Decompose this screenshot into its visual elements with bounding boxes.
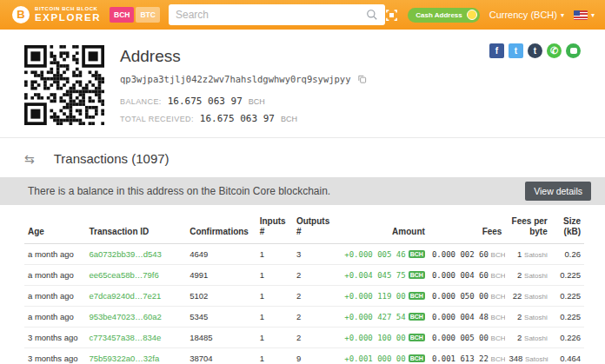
transaction-id-link[interactable]: 953be47023…60a2 — [89, 312, 161, 321]
search-input[interactable] — [176, 9, 366, 21]
col-header-size: Size (kB) — [551, 208, 584, 244]
tx-fees: 0.001 613 22 — [432, 354, 489, 363]
tx-fees-unit: BCH — [491, 334, 506, 342]
currency-label: Currency (BCH) — [489, 10, 557, 20]
tx-outputs: 2 — [293, 265, 336, 286]
chevron-down-icon: ▾ — [561, 11, 564, 19]
bch-toggle-button[interactable]: BCH — [110, 7, 134, 23]
balance-value: 16.675 063 97 — [168, 96, 243, 107]
language-dropdown[interactable]: ▾ — [574, 10, 595, 20]
col-header-inputs: Inputs # — [256, 208, 293, 244]
tx-amount: +0.000 100 00 — [344, 334, 405, 342]
tx-size: 0.464 — [551, 348, 584, 364]
bch-badge: BCH — [409, 292, 425, 300]
cash-address-label: Cash Address — [416, 11, 462, 19]
col-header-outputs: Outputs # — [293, 208, 336, 244]
col-header-transaction-id: Transaction ID — [85, 208, 186, 244]
transaction-id-link[interactable]: e7dca9240d…7e21 — [89, 291, 161, 301]
transaction-row: a month ago6a0732bb39…d543464913+0.000 0… — [24, 244, 584, 265]
tx-size: 0.26 — [551, 244, 584, 265]
total-received-label: TOTAL RECEIVED: — [120, 115, 194, 123]
notice-text: There is a balance in this address on th… — [28, 185, 330, 197]
transactions-table-wrap: Age Transaction ID Confirmations Inputs … — [0, 205, 605, 364]
tx-fees-unit: BCH — [491, 355, 506, 363]
address-section: Address qp3wjpa3tjlj042z2wv7hahsldgwhwy0… — [0, 30, 605, 137]
tx-fees-unit: BCH — [491, 272, 506, 280]
tx-age: a month ago — [24, 265, 85, 286]
qr-code — [24, 45, 104, 125]
tx-outputs: 9 — [293, 348, 336, 364]
tx-size: 0.225 — [551, 286, 584, 307]
twitter-icon[interactable]: t — [509, 43, 523, 58]
transaction-id-link[interactable]: 6a0732bb39…d543 — [89, 249, 161, 259]
tx-fees-per-byte: 2 — [517, 333, 522, 342]
tx-confirmations: 5102 — [186, 286, 256, 307]
tx-fees: 0.000 050 00 — [432, 292, 489, 301]
col-header-confirmations: Confirmations — [186, 208, 256, 244]
tx-outputs: 2 — [293, 286, 336, 307]
transaction-row: 3 months agoc773457a38…834e1848512+0.000… — [24, 328, 584, 348]
copy-address-icon[interactable] — [357, 74, 367, 84]
tx-fees-per-byte: 1 — [517, 249, 522, 259]
tx-fees-unit: BCH — [491, 293, 506, 301]
tx-fees-unit: BCH — [491, 314, 506, 321]
toggle-knob — [467, 10, 477, 20]
qr-code-svg — [24, 45, 104, 125]
address-info: Address qp3wjpa3tjlj042z2wv7hahsldgwhwy0… — [120, 45, 367, 130]
tx-confirmations: 38704 — [186, 348, 256, 364]
tx-fees-per-byte-unit: Satoshi — [524, 334, 548, 342]
tx-confirmations: 4649 — [186, 244, 256, 265]
address-value: qp3wjpa3tjlj042z2wv7hahsldgwhwy0rq9sywjp… — [120, 74, 351, 84]
tx-inputs: 1 — [256, 348, 293, 364]
tx-inputs: 1 — [256, 307, 293, 328]
transaction-id-link[interactable]: c773457a38…834e — [89, 333, 161, 342]
tx-inputs: 1 — [256, 265, 293, 286]
tx-fees-per-byte: 2 — [517, 270, 522, 280]
tx-age: a month ago — [24, 286, 85, 307]
tx-fees-per-byte: 2 — [517, 312, 522, 321]
tx-fees: 0.000 004 60 — [432, 271, 489, 280]
bch-badge: BCH — [409, 313, 425, 321]
bch-badge: BCH — [409, 271, 425, 279]
search-icon[interactable] — [366, 9, 378, 21]
tx-fees-per-byte-unit: Satoshi — [524, 251, 548, 259]
transaction-id-link[interactable]: ee65cea58b…79f6 — [89, 270, 158, 280]
transaction-row: a month agoee65cea58b…79f6499112+0.004 0… — [24, 265, 584, 286]
tx-fees-per-byte: 348 — [509, 354, 522, 363]
cash-address-toggle[interactable]: Cash Address — [408, 8, 480, 23]
col-header-fees-per-byte: Fees per byte — [505, 208, 550, 244]
tx-age: 3 months ago — [24, 348, 85, 364]
total-received-value: 16.675 063 97 — [200, 113, 275, 124]
transaction-row: a month agoe7dca9240d…7e21510212+0.000 1… — [24, 286, 584, 307]
btc-toggle-button[interactable]: BTC — [136, 7, 159, 23]
total-received-unit: BCH — [281, 115, 297, 123]
bitcoin-coin-icon: B — [12, 6, 30, 23]
transaction-row: 3 months ago75b59322a0…32fa3870419+0.001… — [24, 348, 584, 364]
tx-amount: +0.001 000 00 — [344, 354, 405, 363]
tx-fees: 0.000 005 00 — [432, 334, 489, 342]
tumblr-icon[interactable]: t — [528, 43, 542, 58]
tx-fees-per-byte-unit: Satoshi — [524, 314, 548, 321]
bch-badge: BCH — [409, 354, 425, 362]
site-logo[interactable]: B BITCOIN BCH BLOCK EXPLORER — [12, 6, 101, 23]
balance-label: BALANCE: — [120, 97, 162, 106]
transactions-title: Transactions (1097) — [54, 151, 170, 166]
logo-text: BITCOIN BCH BLOCK EXPLORER — [35, 6, 101, 23]
tx-confirmations: 18485 — [186, 328, 256, 348]
tx-outputs: 3 — [293, 244, 336, 265]
transaction-row: a month ago953be47023…60a2534512+0.000 4… — [24, 307, 584, 328]
currency-dropdown[interactable]: Currency (BCH) ▾ — [489, 10, 564, 20]
qr-scan-icon[interactable] — [385, 9, 398, 22]
search-box — [169, 4, 385, 25]
view-details-button[interactable]: View details — [525, 182, 591, 201]
whatsapp-icon[interactable]: ✆ — [547, 43, 562, 58]
facebook-icon[interactable]: f — [489, 43, 504, 58]
tx-size: 0.226 — [551, 328, 584, 348]
tx-inputs: 1 — [256, 328, 293, 348]
wechat-icon[interactable] — [566, 43, 581, 58]
tx-fees-per-byte-unit: Satoshi — [525, 355, 548, 363]
tx-size: 0.225 — [551, 265, 584, 286]
tx-age: a month ago — [24, 244, 85, 265]
transaction-id-link[interactable]: 75b59322a0…32fa — [89, 354, 159, 363]
us-flag-icon — [574, 10, 588, 20]
